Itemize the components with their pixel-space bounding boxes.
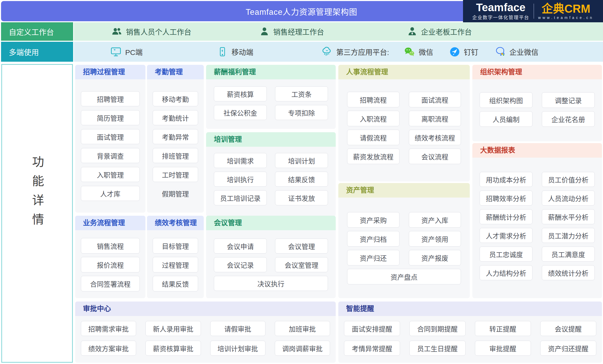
button-training-1[interactable]: 培训计划: [275, 153, 328, 168]
button-recruit-process-1[interactable]: 简历管理: [81, 110, 140, 125]
button-meeting-0[interactable]: 会议申请: [214, 239, 267, 254]
button-meeting-3[interactable]: 会议室管理: [275, 257, 328, 272]
button-attendance-1[interactable]: 考勤统计: [153, 110, 198, 125]
sidebar-title: 功能详情: [29, 156, 46, 232]
button-biz-flow-1[interactable]: 报价流程: [81, 257, 140, 272]
button-asset-2[interactable]: 资产归档: [347, 231, 399, 247]
button-asset-6[interactable]: 资产盘点: [347, 269, 461, 284]
button-reminder-6[interactable]: 审批提醒: [475, 341, 531, 356]
button-hr-flow-2[interactable]: 入职流程: [347, 111, 399, 126]
button-approval-5[interactable]: 薪资核算审批: [145, 341, 201, 356]
platform-item-dingtalk: 钉钉: [449, 42, 478, 62]
button-bigdata-3[interactable]: 人员流动分析: [542, 191, 595, 206]
button-approval-3[interactable]: 加班审批: [275, 321, 330, 336]
group-title-training: 培训管理: [206, 132, 336, 147]
button-approval-7[interactable]: 调岗调薪审批: [275, 341, 330, 356]
button-hr-flow-0[interactable]: 招聘流程: [347, 92, 399, 107]
button-asset-0[interactable]: 资产采购: [347, 212, 399, 228]
button-approval-1[interactable]: 新人录用审批: [145, 321, 201, 336]
button-approval-4[interactable]: 绩效方案审批: [81, 341, 136, 356]
platform-row-label: 多端使用: [1, 42, 73, 62]
button-bigdata-5[interactable]: 薪酬水平分析: [542, 209, 595, 224]
button-training-5[interactable]: 证书发放: [275, 190, 328, 205]
button-compensation-2[interactable]: 社保公积金: [214, 105, 267, 120]
button-asset-5[interactable]: 资产报废: [409, 250, 461, 265]
button-asset-4[interactable]: 资产归还: [347, 250, 399, 265]
button-compensation-1[interactable]: 工资条: [275, 86, 328, 101]
button-reminder-4[interactable]: 考情异常提醒: [344, 341, 400, 356]
page-title: Teamface人力资源管理架构图: [246, 5, 357, 17]
button-asset-3[interactable]: 资产领用: [409, 231, 461, 247]
button-bigdata-11[interactable]: 绩效统计分析: [542, 265, 595, 280]
button-bigdata-0[interactable]: 用功成本分析: [480, 172, 532, 187]
button-org-0[interactable]: 组织架构图: [480, 92, 532, 108]
button-recruit-process-3[interactable]: 背景调查: [81, 148, 140, 163]
button-org-2[interactable]: 人员编制: [480, 111, 532, 127]
button-hr-flow-6[interactable]: 薪资发放流程: [347, 149, 399, 164]
button-performance-1[interactable]: 过程管理: [153, 257, 198, 272]
button-meeting-2[interactable]: 会议记录: [214, 257, 267, 272]
group-body-biz-flow: 销售流程报价流程合同签署流程: [75, 230, 145, 298]
button-attendance-5[interactable]: 假期管理: [153, 186, 198, 201]
button-approval-6[interactable]: 培训计划审批: [210, 341, 265, 356]
group-performance: 绩效考核管理目标管理过程管理结果反馈: [147, 216, 204, 298]
button-org-1[interactable]: 调整记录: [542, 92, 595, 108]
group-body-asset: 资产采购资产入库资产归档资产领用资产归还资产报废资产盘点: [338, 198, 470, 298]
button-bigdata-8[interactable]: 员工忠诚度: [480, 247, 532, 262]
button-reminder-1[interactable]: 合同到期提醒: [409, 321, 465, 336]
button-reminder-2[interactable]: 转正提醒: [475, 321, 531, 336]
button-attendance-0[interactable]: 移动考勤: [153, 91, 198, 106]
button-attendance-2[interactable]: 考勤异常: [153, 129, 198, 144]
platform-item-wechat: 微信: [404, 42, 433, 62]
platform-item-label: 微信: [419, 47, 433, 57]
button-attendance-3[interactable]: 排班管理: [153, 148, 198, 163]
button-bigdata-10[interactable]: 人力结构分析: [480, 265, 532, 280]
button-hr-flow-3[interactable]: 离职流程: [409, 111, 461, 126]
button-meeting-4[interactable]: 决议执行: [214, 276, 328, 291]
button-reminder-5[interactable]: 员工生日提醒: [409, 341, 465, 356]
button-org-3[interactable]: 企业花名册: [542, 111, 595, 127]
button-recruit-process-0[interactable]: 招聘管理: [81, 91, 140, 106]
button-attendance-4[interactable]: 工时管理: [153, 167, 198, 182]
group-title-approval: 审批中心: [75, 302, 336, 316]
dingtalk-icon: [449, 46, 460, 57]
button-meeting-1[interactable]: 会议管理: [275, 239, 328, 254]
phone-icon: [217, 46, 228, 57]
button-biz-flow-0[interactable]: 销售流程: [81, 238, 140, 254]
button-training-2[interactable]: 培训执行: [214, 172, 267, 187]
button-approval-0[interactable]: 招聘需求审批: [81, 321, 136, 336]
button-bigdata-6[interactable]: 人才需求分析: [480, 228, 532, 243]
button-hr-flow-7[interactable]: 会议流程: [409, 149, 461, 164]
group-body-meeting: 会议申请会议管理会议记录会议室管理决议执行: [206, 230, 336, 298]
group-hr-flow: 人事流程管理招聘流程面试流程入职流程离职流程请假流程绩效考核流程薪资发放流程会议…: [338, 65, 470, 181]
button-reminder-7[interactable]: 资产归还提醒: [540, 341, 596, 356]
button-training-0[interactable]: 培训需求: [214, 153, 267, 168]
button-reminder-3[interactable]: 会议提醒: [540, 321, 596, 336]
button-recruit-process-2[interactable]: 面试管理: [81, 129, 140, 144]
button-compensation-0[interactable]: 薪资核算: [214, 86, 267, 101]
button-bigdata-7[interactable]: 员工潜力分析: [542, 228, 595, 243]
group-recruit-process: 招聘过程管理招聘管理简历管理面试管理背景调查入职管理人才库: [75, 65, 145, 213]
button-recruit-process-5[interactable]: 人才库: [81, 186, 140, 201]
button-bigdata-2[interactable]: 招聘效率分析: [480, 191, 532, 206]
group-approval: 审批中心招聘需求审批新人录用审批请假审批加班审批绩效方案审批薪资核算审批培训计划…: [75, 302, 336, 363]
button-bigdata-1[interactable]: 员工价值分析: [542, 172, 595, 187]
platform-item-mobile: 移动端: [217, 42, 253, 62]
wecom-icon: [494, 46, 506, 58]
button-training-4[interactable]: 员工培训记录: [214, 190, 267, 205]
button-bigdata-4[interactable]: 薪酬统计分析: [480, 209, 532, 224]
button-performance-0[interactable]: 目标管理: [153, 238, 198, 254]
button-reminder-0[interactable]: 面试安排提醒: [344, 321, 400, 336]
button-bigdata-9[interactable]: 员工满意度: [542, 247, 595, 262]
button-asset-1[interactable]: 资产入库: [409, 212, 461, 228]
button-training-3[interactable]: 结果反馈: [275, 172, 328, 187]
button-approval-2[interactable]: 请假审批: [210, 321, 265, 336]
button-hr-flow-1[interactable]: 面试流程: [409, 92, 461, 107]
button-biz-flow-2[interactable]: 合同签署流程: [81, 276, 140, 291]
button-recruit-process-4[interactable]: 入职管理: [81, 167, 140, 182]
button-performance-2[interactable]: 结果反馈: [153, 276, 198, 291]
logo-divider: [534, 4, 534, 19]
button-hr-flow-5[interactable]: 绩效考核流程: [409, 130, 461, 145]
button-hr-flow-4[interactable]: 请假流程: [347, 130, 399, 145]
button-compensation-3[interactable]: 专项扣除: [275, 105, 328, 120]
